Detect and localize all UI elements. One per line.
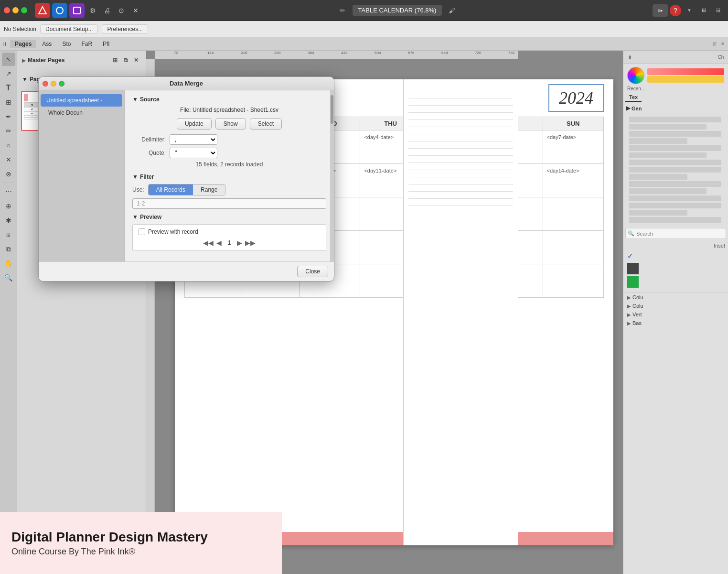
col-item-0[interactable]: ▶ Colu [623, 293, 728, 302]
crop-tool[interactable]: ✕ [2, 153, 15, 166]
more-tabs-icon[interactable]: ≡ [719, 40, 726, 47]
master-pages-add-btn[interactable]: ⊞ [110, 55, 120, 65]
update-button[interactable]: Update [177, 118, 212, 130]
tab-far[interactable]: FaR [76, 40, 97, 48]
color-wheel[interactable] [627, 67, 644, 84]
help-icon[interactable]: ? [670, 5, 681, 16]
nav-next-button[interactable]: ▶ [237, 239, 242, 247]
preview-checkbox[interactable] [139, 228, 145, 235]
col-item-1[interactable]: ▶ Colu [623, 302, 728, 310]
dialog-minimize-button[interactable] [51, 81, 56, 87]
master-pages-delete-btn[interactable]: ✕ [131, 55, 141, 65]
effects-tool[interactable]: ⋯ [2, 185, 15, 198]
close-button[interactable]: Close [297, 266, 328, 277]
dialog-scrollbar[interactable] [330, 90, 334, 261]
day7: <day7-date> [543, 130, 603, 164]
search-input[interactable] [636, 231, 724, 237]
color-swatch-yellow[interactable] [647, 76, 724, 83]
maximize-window-button[interactable] [21, 7, 27, 13]
data-merge-dialog: Data Merge Untitled spreadsheet - Whole … [38, 76, 334, 282]
range-input[interactable]: 1-2 [132, 198, 326, 209]
nav-last-button[interactable]: ▶▶ [245, 239, 256, 247]
nav-prev-button[interactable]: ◀ [216, 239, 222, 247]
zoom-tool[interactable]: 🔍 [2, 271, 15, 284]
tab-sto[interactable]: Sto [57, 40, 75, 48]
col-0-label: Colu [632, 294, 643, 300]
preview-with-record-label: Preview with record [148, 228, 198, 235]
more-options-icon[interactable]: ⊟ [712, 4, 724, 17]
affinity-publisher-icon[interactable] [35, 3, 50, 18]
settings-icon[interactable]: ⚙ [86, 4, 99, 17]
brush-icon[interactable]: 🖌 [446, 4, 458, 17]
pencil-tool[interactable]: ✏ [2, 124, 15, 138]
tab-tex[interactable]: Tex [625, 93, 642, 102]
hand-tool[interactable]: ✋ [2, 257, 15, 270]
grid-view-icon[interactable]: ⊞ [697, 4, 710, 17]
preview-section: ▼ Preview Preview with record ◀◀ ◀ 1 ▶ ▶… [132, 214, 326, 251]
quote-select[interactable]: " [170, 148, 217, 158]
toolbar-center: ✏ TABLE CALENDAR (76.8%) 🖌 [145, 4, 650, 17]
print-icon[interactable]: 🖨 [101, 4, 113, 17]
nav-first-button[interactable]: ◀◀ [203, 239, 214, 247]
right-panel-search[interactable]: 🔍 [625, 228, 726, 239]
green-swatch[interactable] [627, 276, 639, 288]
color-boxes [623, 262, 728, 289]
col-items-section: ▶ Colu ▶ Colu ▶ Vert ▶ Bas [623, 292, 728, 327]
x-tool[interactable]: ⊗ [2, 167, 15, 181]
col-3-arrow: ▶ [627, 321, 631, 326]
all-records-button[interactable]: All Records [149, 184, 193, 195]
search-icon: 🔍 [628, 230, 634, 237]
smart-tool[interactable]: ⊕ [2, 199, 15, 213]
master-pages-copy-btn[interactable]: ⧉ [121, 55, 130, 65]
preferences-button[interactable]: Preferences... [102, 24, 148, 34]
year-display: 2024 [548, 84, 604, 112]
view-tool[interactable]: ✱ [2, 214, 15, 227]
show-button[interactable]: Show [215, 118, 246, 130]
tab-pages[interactable]: Pages [10, 40, 36, 48]
svg-rect-2 [74, 7, 80, 14]
notes-lines [404, 79, 518, 217]
tab-ass[interactable]: Ass [37, 40, 56, 48]
range-button[interactable]: Range [193, 184, 225, 195]
gen-section-header[interactable]: ▶ Gen [623, 103, 728, 113]
dropdown-icon[interactable]: ▼ [683, 4, 696, 17]
tab-pfl[interactable]: Pfl [98, 40, 114, 48]
move-icon[interactable]: ✕ [129, 4, 142, 17]
panel-close-icon[interactable]: Ch [716, 52, 726, 63]
source-section-header[interactable]: ▼ Source [132, 96, 326, 103]
frame-tool[interactable]: ⊞ [2, 96, 15, 109]
window-controls [4, 7, 27, 13]
affinity-designer-icon[interactable] [69, 3, 85, 18]
text-format-icon[interactable]: ≡▪ [653, 4, 668, 17]
pen-tool[interactable]: ✒ [2, 110, 15, 123]
dialog-item-spreadsheet[interactable]: Untitled spreadsheet - [41, 94, 122, 107]
eyedropper-tool[interactable]: ⧆ [2, 228, 15, 241]
rp-line-6 [629, 152, 707, 158]
color-swatch-red[interactable] [647, 68, 724, 75]
affinity-photo-icon[interactable] [52, 3, 67, 18]
dark-swatch[interactable] [627, 263, 639, 274]
dialog-scroll-thumb[interactable] [331, 95, 333, 124]
type-tool[interactable]: T [2, 81, 15, 95]
col-item-2[interactable]: ▶ Vert [623, 310, 728, 319]
gradient-tool[interactable]: ⧉ [2, 242, 15, 256]
zoom-icon[interactable]: ⊙ [115, 4, 128, 17]
master-pages-header[interactable]: ▶ Master Pages ⊞ ⧉ ✕ [21, 54, 142, 67]
document-setup-button[interactable]: Document Setup... [40, 24, 98, 34]
col-item-3[interactable]: ▶ Bas [623, 319, 728, 327]
select-button[interactable]: Select [250, 118, 282, 130]
delimiter-select[interactable]: , [170, 134, 217, 145]
dialog-main-content: ▼ Source File: Untitled spreadsheet - Sh… [125, 90, 334, 261]
dialog-item-whole-doc[interactable]: Whole Docun [39, 107, 124, 119]
select-tool[interactable]: ↖ [2, 53, 15, 66]
pen-icon[interactable]: ✏ [336, 4, 349, 17]
filter-section-header[interactable]: ▼ Filter [132, 173, 326, 180]
preview-section-header[interactable]: ▼ Preview [132, 214, 326, 220]
close-window-button[interactable] [4, 7, 10, 13]
dialog-close-button[interactable] [43, 81, 48, 87]
dialog-maximize-button[interactable] [59, 81, 64, 87]
shape-tool[interactable]: ○ [2, 139, 15, 152]
ruler-576: 576 [408, 51, 414, 55]
minimize-window-button[interactable] [12, 7, 19, 13]
node-tool[interactable]: ↗ [2, 67, 15, 80]
